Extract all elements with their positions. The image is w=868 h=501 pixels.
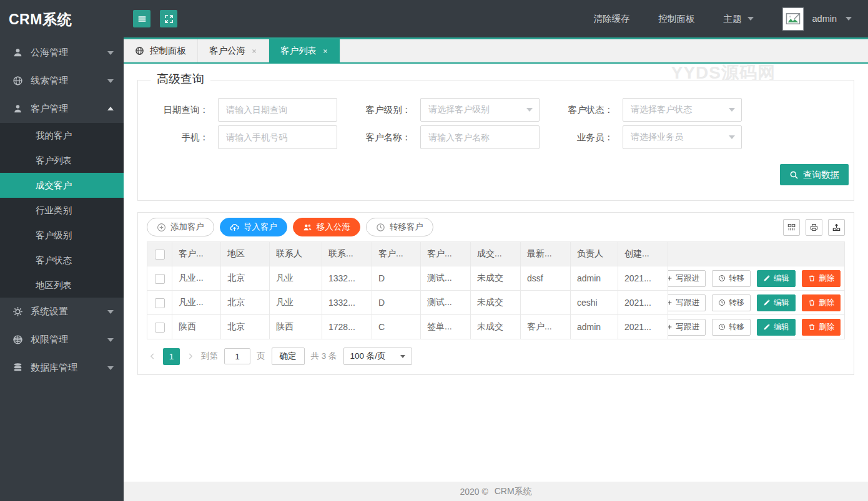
prev-page-button[interactable] [148,352,157,361]
button-label: 编辑 [774,322,789,333]
sidebar-item-deal-customers[interactable]: 成交客户 [0,173,124,198]
delete-button[interactable]: 删除 [802,319,841,336]
hamburger-icon [137,14,147,24]
sidebar-item-leads[interactable]: 线索管理 [0,67,124,95]
next-page-button[interactable] [186,352,195,361]
transfer-button[interactable]: 转移 [712,294,751,311]
cell-latest-follow [521,291,571,315]
close-icon[interactable] [251,48,257,54]
clock-icon [376,223,385,232]
write-follow-up-button[interactable]: 写跟进 [668,319,706,336]
delete-button[interactable]: 删除 [802,294,841,311]
columns-toggle-button[interactable] [783,219,800,236]
avatar[interactable] [782,7,804,31]
goto-page-input[interactable] [224,348,250,364]
sidebar-item-label: 权限管理 [31,334,68,346]
pencil-icon [763,323,771,331]
transfer-button[interactable]: 转移 [712,270,751,287]
query-row-2: 手机： 客户名称： 业务员： 请选择业务员 [138,125,854,149]
chevron-right-icon [186,352,195,361]
table-header-row: 客户... 地区 联系人 联系... 客户... 客户... 成交... 最新.… [147,242,845,266]
query-row-1: 日期查询： 客户级别： 请选择客户级别 客户状态： 请选择客户状态 [138,98,854,122]
customer-status-label: 客户状态： [549,104,623,116]
cell-created: 2021... [618,291,668,315]
columns-icon [787,223,796,232]
search-icon [789,170,799,180]
select-placeholder: 请选择业务员 [631,132,683,143]
total-count-label: 共 3 条 [311,351,337,362]
button-label: 删除 [819,273,834,284]
query-data-button[interactable]: 查询数据 [780,164,849,185]
sidebar-item-industry-category[interactable]: 行业类别 [0,198,124,223]
query-field-customer-name: 客户名称： [347,125,549,149]
cell-region: 北京 [221,266,270,291]
salesman-select[interactable]: 请选择业务员 [623,125,742,149]
sidebar-item-database[interactable]: 数据库管理 [0,354,124,382]
transfer-customer-button[interactable]: 转移客户 [366,218,433,236]
sidebar-item-my-customers[interactable]: 我的客户 [0,123,124,148]
delete-button[interactable]: 删除 [802,270,841,287]
chevron-down-icon [846,17,852,21]
edit-button[interactable]: 编辑 [757,270,796,287]
table-row: 凡业... 北京 凡业 1332... D 测试... 未成交 dssf adm… [147,266,845,291]
move-to-public-sea-button[interactable]: 移入公海 [293,218,360,236]
sidebar-item-permissions[interactable]: 权限管理 [0,326,124,354]
phone-input[interactable] [218,125,337,149]
control-panel-link[interactable]: 控制面板 [659,13,695,25]
tab-control-panel[interactable]: 控制面板 [124,39,198,62]
date-query-input[interactable] [218,98,337,122]
row-checkbox[interactable] [155,298,165,308]
fullscreen-button[interactable] [160,10,177,27]
per-page-select[interactable]: 100 条/页 [343,348,412,365]
export-button[interactable] [828,219,845,236]
close-icon[interactable] [322,48,328,54]
sidebar-item-customers[interactable]: 客户管理 [0,95,124,123]
edit-button[interactable]: 编辑 [757,319,796,336]
add-customer-button[interactable]: 添加客户 [147,218,214,236]
customer-level-select[interactable]: 请选择客户级别 [420,98,540,122]
button-label: 移入公海 [317,221,350,233]
tab-label: 客户列表 [280,45,317,57]
cell-contact: 陕西 [270,315,322,339]
select-all-checkbox[interactable] [155,250,165,260]
theme-dropdown[interactable]: 主题 [724,13,754,25]
confirm-page-button[interactable]: 确定 [272,348,305,365]
export-icon [832,223,841,232]
collapse-menu-button[interactable] [133,10,150,27]
page-number[interactable]: 1 [163,348,180,365]
cell-customer-level: D [372,266,421,291]
write-follow-up-button[interactable]: 写跟进 [668,270,706,287]
trash-icon [808,323,816,331]
advanced-query-panel: 高级查询 日期查询： 客户级别： 请选择客户级别 客户状态： 请选择客户状态 [137,80,854,201]
col-customer-name: 客户... [172,242,221,266]
import-customer-button[interactable]: 导入客户 [220,218,287,236]
sidebar-item-customer-level[interactable]: 客户级别 [0,223,124,248]
row-checkbox[interactable] [155,323,165,333]
pagination: 1 到第 页 确定 共 3 条 100 条/页 [147,339,845,374]
clear-cache-link[interactable]: 清除缓存 [594,13,630,25]
write-follow-up-button[interactable]: 写跟进 [668,294,706,311]
user-dropdown[interactable]: admin [782,7,852,31]
cell-customer-industry: 测试... [421,291,471,315]
sidebar-item-system-settings[interactable]: 系统设置 [0,298,124,326]
edit-button[interactable]: 编辑 [757,294,796,311]
trash-icon [808,299,816,306]
col-customer-level: 客户... [372,242,421,266]
tab-customer-list[interactable]: 客户列表 [269,39,340,62]
print-button[interactable] [806,219,822,236]
cell-contact-phone: 1728... [322,315,372,339]
sidebar-item-customer-list[interactable]: 客户列表 [0,148,124,173]
sidebar-item-public-sea[interactable]: 公海管理 [0,39,124,67]
transfer-button[interactable]: 转移 [712,319,751,336]
row-checkbox[interactable] [155,274,165,284]
customer-status-select[interactable]: 请选择客户状态 [623,98,742,122]
sidebar-item-region-list[interactable]: 地区列表 [0,273,124,298]
plus-icon [668,275,673,282]
footer: 2020 © CRM系统 [124,482,868,501]
button-label: 转移 [729,322,744,333]
customer-name-input[interactable] [420,125,540,149]
footer-year: 2020 © [460,487,488,497]
tab-customer-public-sea[interactable]: 客户公海 [198,39,269,62]
sidebar-item-customer-status[interactable]: 客户状态 [0,248,124,273]
query-data-button-label: 查询数据 [803,169,839,181]
